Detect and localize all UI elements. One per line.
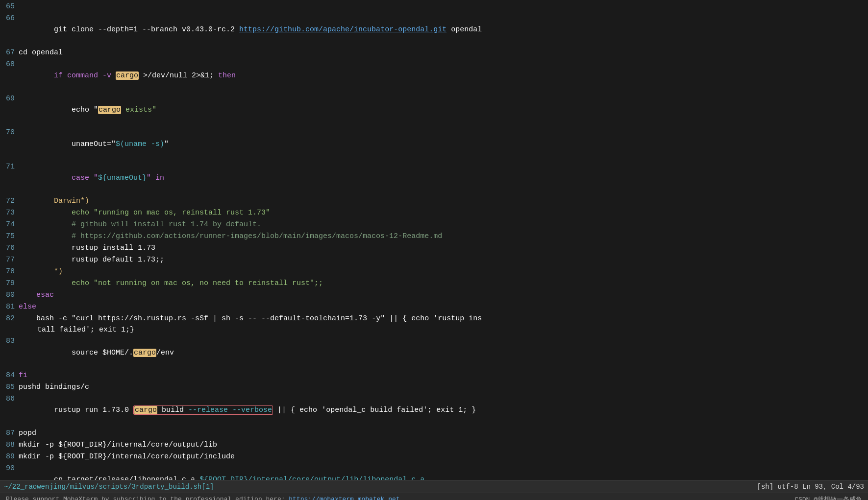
- table-row: 82 bash -c "curl https://sh.rustup.rs -s…: [0, 313, 868, 336]
- table-row: 80 esac: [0, 289, 868, 301]
- mobaxterm-link[interactable]: https://mobaxterm.mobatek.net: [289, 496, 399, 500]
- table-row: 72 Darwin*): [0, 195, 868, 207]
- table-row: 79 echo "not running on mac os, no need …: [0, 278, 868, 289]
- table-row: 88 mkdir -p ${ROOT_DIR}/internal/core/ou…: [0, 439, 868, 451]
- table-row: 90 cp target/release/libopendal_c.a ${RO…: [0, 463, 868, 480]
- status-bar: ~/22_raowenjing/milvus/scripts/3rdparty_…: [0, 480, 868, 493]
- table-row: 70 unameOut="$(uname -s)": [0, 127, 868, 161]
- table-row: 68 if command -v cargo >/dev/null 2>&1; …: [0, 59, 868, 93]
- bottom-bar-text: Please support MobaXterm by subscribing …: [6, 496, 289, 500]
- table-row: 69 echo "cargo exists": [0, 93, 868, 127]
- table-row: 89 mkdir -p ${ROOT_DIR}/internal/core/ou…: [0, 451, 868, 463]
- watermark: CSDN @就想做一条咸鱼: [794, 495, 862, 500]
- table-row: 83 source $HOME/.cargo/env: [0, 335, 868, 370]
- table-row: 76 rustup install 1.73: [0, 242, 868, 254]
- table-row: 71 case "${unameOut}" in: [0, 161, 868, 195]
- terminal-window: 65 66 git clone --depth=1 --branch v0.43…: [0, 0, 868, 480]
- table-row: 86 rustup run 1.73.0 cargo build --relea…: [0, 393, 868, 428]
- table-row: 78 *): [0, 266, 868, 278]
- table-row: 67 cd opendal: [0, 47, 868, 59]
- table-row: 74 # github will install rust 1.74 by de…: [0, 219, 868, 231]
- table-row: 84 fi: [0, 370, 868, 381]
- table-row: 81 else: [0, 301, 868, 313]
- table-row: 73 echo "running on mac os, reinstall ru…: [0, 207, 868, 219]
- status-cursor-info: [sh] utf-8 Ln 93, Col 4/93: [757, 483, 864, 491]
- table-row: 77 rustup default 1.73;;: [0, 254, 868, 266]
- table-row: 66 git clone --depth=1 --branch v0.43.0-…: [0, 13, 868, 47]
- code-area: 65 66 git clone --depth=1 --branch v0.43…: [0, 0, 868, 480]
- table-row: 85 pushd bindings/c: [0, 381, 868, 393]
- bottom-bar: Please support MobaXterm by subscribing …: [0, 493, 868, 500]
- table-row: 87 popd: [0, 428, 868, 439]
- table-row: 65: [0, 1, 868, 13]
- status-file-path: ~/22_raowenjing/milvus/scripts/3rdparty_…: [4, 483, 214, 491]
- table-row: 75 # https://github.com/actions/runner-i…: [0, 231, 868, 242]
